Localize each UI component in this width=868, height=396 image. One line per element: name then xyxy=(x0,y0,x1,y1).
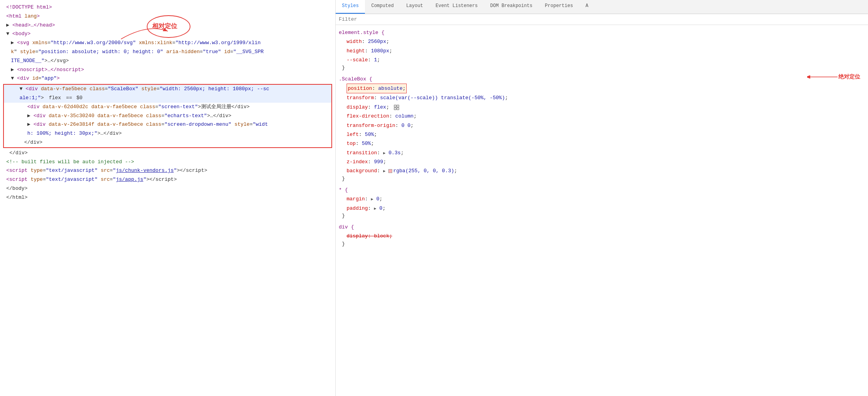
dom-line: </div> xyxy=(0,149,335,158)
filter-bar[interactable] xyxy=(336,14,868,25)
color-swatch[interactable] xyxy=(388,169,392,173)
dom-line: ▼ <body> xyxy=(0,30,335,39)
tab-computed[interactable]: Computed xyxy=(365,0,400,14)
dom-line: ▶ <head>…</head> xyxy=(0,21,335,30)
styles-panel: Styles Computed Layout Event Listeners D… xyxy=(336,0,868,396)
devtools-tabs[interactable]: Styles Computed Layout Event Listeners D… xyxy=(336,0,868,14)
dom-line: </div> xyxy=(4,138,331,147)
dom-line: ▶ <svg xmlns="http://www.w3.org/2000/svg… xyxy=(0,39,335,48)
css-property: padding: ▶ 0; xyxy=(339,204,865,213)
dom-line: h: 100%; height: 30px;">…</div> xyxy=(4,129,331,138)
tab-event-listeners[interactable]: Event Listeners xyxy=(429,0,484,14)
css-selector: .ScaleBox { xyxy=(339,75,865,84)
css-property: margin: ▶ 0; xyxy=(339,194,865,203)
css-rule-element-style: element.style { width: 2560px; height: 1… xyxy=(336,28,868,71)
flex-grid-icon xyxy=(394,104,399,110)
css-selector: * { xyxy=(339,186,865,194)
dom-line: </body> xyxy=(0,184,335,193)
css-rule-div: div { display: block; } xyxy=(336,223,868,247)
dom-line: ▼ <div id="app"> xyxy=(0,74,335,83)
tab-layout[interactable]: Layout xyxy=(400,0,429,14)
css-close-brace: } xyxy=(339,213,865,219)
css-property: top: 50%; xyxy=(339,139,865,148)
css-property: display: flex; xyxy=(339,103,865,112)
tab-accessibility[interactable]: A xyxy=(579,0,594,14)
css-rules-panel: element.style { width: 2560px; height: 1… xyxy=(336,25,868,396)
dom-line: <html lang> xyxy=(0,12,335,21)
dom-line: ITE_NODE__">…</svg> xyxy=(0,57,335,66)
dom-line: k" style="position: absolute; width: 0; … xyxy=(0,48,335,57)
css-property: height: 1080px; xyxy=(339,46,865,55)
css-property: transform: scale(var(--scale)) translate… xyxy=(339,93,865,102)
dom-line: <script type="text/javascript" src="js/c… xyxy=(0,166,335,175)
css-close-brace: } xyxy=(339,65,865,71)
dom-line: <!-- built files will be auto injected -… xyxy=(0,158,335,167)
css-property: background: ▶ rgba(255, 0, 0, 0.3); xyxy=(339,166,865,175)
css-property: --scale: 1; xyxy=(339,55,865,64)
css-property-position: position: absolute; xyxy=(339,84,865,93)
css-property: transition: ▶ 0.3s; xyxy=(339,148,865,157)
tab-properties[interactable]: Properties xyxy=(539,0,579,14)
css-property: z-index: 999; xyxy=(339,157,865,166)
dom-line: </html> xyxy=(0,193,335,202)
css-property: flex-direction: column; xyxy=(339,112,865,121)
svg-rect-6 xyxy=(397,108,399,110)
css-selector: element.style { xyxy=(339,28,865,37)
dom-line: <div data-v-62d40d2c data-v-fae5bece cla… xyxy=(4,103,331,112)
css-close-brace: } xyxy=(339,176,865,182)
css-property: left: 50%; xyxy=(339,130,865,139)
css-selector: div { xyxy=(339,223,865,232)
filter-input[interactable] xyxy=(339,16,865,22)
dom-tree-panel[interactable]: <!DOCTYPE html> <html lang> ▶ <head>…</h… xyxy=(0,0,336,396)
svg-rect-3 xyxy=(394,105,396,107)
svg-rect-4 xyxy=(397,105,399,107)
dom-line: ▶ <div data-v-35c30240 data-v-fae5bece c… xyxy=(4,112,331,121)
tab-styles[interactable]: Styles xyxy=(336,0,365,14)
highlighted-dom-section: ▼ <div data-v-fae5bece class="ScaleBox" … xyxy=(3,84,332,148)
css-rule-scalebox: .ScaleBox { position: absolute; transfor… xyxy=(336,75,868,182)
svg-rect-5 xyxy=(394,108,396,110)
dom-line: ▶ <noscript>…</noscript> xyxy=(0,66,335,75)
css-close-brace: } xyxy=(339,241,865,247)
dom-line-highlighted[interactable]: ▼ <div data-v-fae5bece class="ScaleBox" … xyxy=(4,85,331,94)
css-property: width: 2560px; xyxy=(339,37,865,46)
dom-line: <script type="text/javascript" src="js/a… xyxy=(0,175,335,184)
css-rule-star: * { margin: ▶ 0; padding: ▶ 0; } xyxy=(336,186,868,219)
tab-dom-breakpoints[interactable]: DOM Breakpoints xyxy=(484,0,539,14)
dom-line: ▶ <div data-v-26e3814f data-v-fae5bece c… xyxy=(4,120,331,129)
css-property: display: block; xyxy=(339,232,865,241)
dom-line: <!DOCTYPE html> xyxy=(0,3,335,12)
dom-line-highlighted[interactable]: ale:1;"> flex == $0 xyxy=(4,94,331,103)
css-property: transform-origin: 0 0; xyxy=(339,121,865,130)
